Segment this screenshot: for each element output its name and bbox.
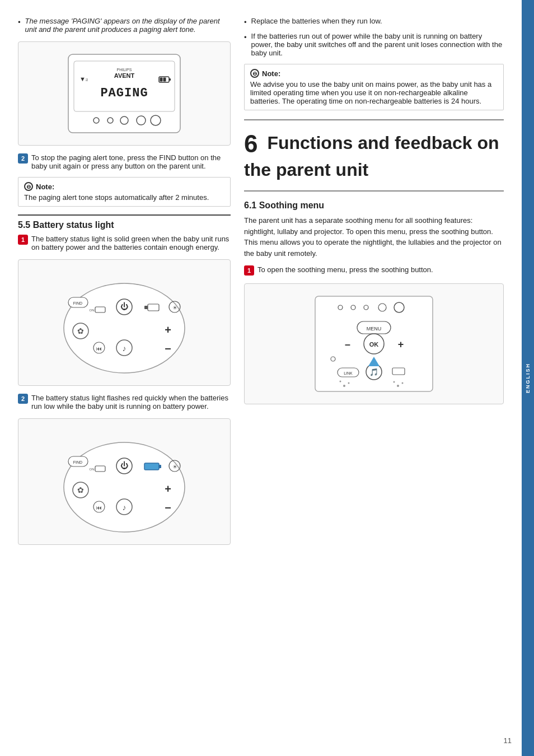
- svg-rect-8: [163, 78, 166, 82]
- section-55-heading: 5.5 Battery status light: [18, 214, 231, 230]
- svg-text:+: +: [165, 324, 171, 336]
- section61-body: The parent unit has a separate soothing …: [244, 215, 504, 259]
- step2-battery-row: 2 The battery status light flashes red q…: [18, 394, 231, 410]
- step2-battery-text: The battery status light flashes red qui…: [31, 394, 231, 410]
- right-bullet2-text: If the batteries run out of power while …: [251, 32, 504, 57]
- note1-icon: ⊖: [24, 182, 33, 191]
- note2-title: ⊖ Note:: [250, 69, 498, 78]
- svg-point-75: [397, 385, 399, 387]
- paging-device-svg: PHILIPS AVENT ▼ᵢₗ PAGING: [63, 49, 186, 138]
- section61-heading: 6.1 Soothing menu: [244, 200, 504, 211]
- svg-rect-6: [169, 78, 171, 81]
- parent-unit-svg-normal: FIND ON ⏻ ☀ ✿: [57, 267, 191, 379]
- step1-battery-badge: 1: [18, 235, 28, 245]
- svg-text:FIND: FIND: [73, 460, 82, 464]
- section61-title: 6.1 Soothing menu: [244, 200, 324, 210]
- note2-title-text: Note:: [262, 69, 280, 78]
- step2-badge: 2: [18, 153, 28, 164]
- svg-point-74: [340, 381, 341, 382]
- svg-text:♪: ♪: [123, 503, 127, 512]
- chapter6-heading: 6 Functions and feedback on the parent u…: [244, 129, 504, 180]
- step1-soothing-badge: 1: [244, 265, 254, 276]
- svg-rect-23: [144, 306, 148, 309]
- chapter-divider: [244, 119, 504, 120]
- chapter6-number: 6: [244, 130, 257, 157]
- svg-text:✿: ✿: [77, 486, 84, 494]
- bullet-dot: •: [18, 18, 21, 34]
- svg-rect-7: [160, 78, 163, 82]
- parent-unit-box-low: FIND ON ⏻ ☀ ✿: [18, 418, 231, 545]
- right-bullet1: • Replace the batteries when they run lo…: [244, 17, 504, 26]
- svg-text:ON: ON: [90, 309, 95, 312]
- right-bullet2: • If the batteries run out of power whil…: [244, 32, 504, 57]
- svg-text:+: +: [398, 339, 404, 350]
- svg-text:▼ᵢₗ: ▼ᵢₗ: [79, 76, 88, 82]
- page-number: 11: [504, 736, 512, 745]
- step2-row: 2 To stop the paging alert tone, press t…: [18, 153, 231, 170]
- left-column: • The message 'PAGING' appears on the di…: [18, 17, 231, 739]
- svg-text:♪: ♪: [123, 344, 127, 353]
- svg-text:✿: ✿: [77, 326, 84, 335]
- step1-soothing-text: To open the soothing menu, press the soo…: [257, 265, 504, 274]
- svg-text:ON: ON: [90, 468, 95, 471]
- chapter6-title: Functions and feedback on the parent uni…: [244, 133, 499, 180]
- svg-point-76: [402, 382, 404, 384]
- paging-device-box: PHILIPS AVENT ▼ᵢₗ PAGING: [18, 41, 231, 146]
- note1-title-text: Note:: [36, 183, 54, 191]
- svg-text:⏮: ⏮: [96, 346, 102, 352]
- side-tab: ENGLISH: [522, 0, 534, 756]
- paging-bullet-text: The message 'PAGING' appears on the disp…: [25, 17, 231, 34]
- section61-divider: [244, 190, 504, 192]
- note2-body: We advise you to use the baby unit on ma…: [250, 80, 498, 105]
- right-bullet1-dot: •: [244, 18, 247, 26]
- step1-battery-text: The battery status light is solid green …: [31, 235, 231, 251]
- svg-text:OK: OK: [369, 341, 379, 348]
- svg-text:☀: ☀: [172, 305, 177, 311]
- side-tab-label: ENGLISH: [525, 363, 531, 393]
- svg-text:MENU: MENU: [367, 326, 382, 332]
- svg-text:LINK: LINK: [344, 371, 353, 375]
- svg-text:⏮: ⏮: [96, 505, 102, 511]
- svg-text:🎵: 🎵: [369, 367, 379, 377]
- step1-battery-row: 1 The battery status light is solid gree…: [18, 235, 231, 251]
- right-bullet1-text: Replace the batteries when they run low.: [251, 17, 382, 26]
- svg-point-73: [348, 382, 350, 384]
- step2-battery-badge: 2: [18, 394, 28, 404]
- svg-rect-41: [144, 463, 159, 470]
- soothing-device-svg: MENU – OK + LINK 🎵: [310, 291, 438, 397]
- right-column: • Replace the batteries when they run lo…: [244, 17, 504, 739]
- svg-text:☀: ☀: [172, 464, 177, 470]
- section-55-title: 5.5 Battery status light: [18, 220, 114, 230]
- soothing-device-box: MENU – OK + LINK 🎵: [244, 283, 504, 404]
- chapter6-title-text: Functions and feedback on the parent uni…: [244, 133, 499, 180]
- note1-title: ⊖ Note:: [24, 182, 224, 191]
- paging-bullet: • The message 'PAGING' appears on the di…: [18, 17, 231, 34]
- svg-point-77: [394, 381, 395, 383]
- right-bullet2-dot: •: [244, 33, 247, 57]
- page: ENGLISH • The message 'PAGING' appears o…: [0, 0, 534, 756]
- step1-soothing-row: 1 To open the soothing menu, press the s…: [244, 265, 504, 276]
- svg-text:PHILIPS: PHILIPS: [117, 68, 132, 72]
- svg-text:⏻: ⏻: [120, 461, 128, 470]
- svg-text:–: –: [345, 339, 350, 350]
- svg-text:FIND: FIND: [73, 301, 82, 305]
- note1-box: ⊖ Note: The paging alert tone stops auto…: [18, 177, 231, 207]
- svg-text:–: –: [165, 342, 171, 354]
- note2-icon: ⊖: [250, 69, 259, 78]
- note1-body: The paging alert tone stops automaticall…: [24, 193, 224, 202]
- svg-text:PAGING: PAGING: [100, 86, 148, 100]
- svg-text:–: –: [165, 501, 171, 513]
- svg-text:⏻: ⏻: [120, 302, 128, 311]
- parent-unit-svg-low: FIND ON ⏻ ☀ ✿: [57, 426, 191, 538]
- svg-point-72: [343, 385, 345, 387]
- note2-box: ⊖ Note: We advise you to use the baby un…: [244, 64, 504, 110]
- svg-text:AVENT: AVENT: [114, 72, 135, 79]
- main-content: • The message 'PAGING' appears on the di…: [0, 0, 522, 756]
- step2-text: To stop the paging alert tone, press the…: [31, 153, 231, 170]
- parent-unit-box-normal: FIND ON ⏻ ☀ ✿: [18, 259, 231, 386]
- svg-rect-42: [159, 465, 161, 468]
- svg-text:+: +: [165, 483, 171, 495]
